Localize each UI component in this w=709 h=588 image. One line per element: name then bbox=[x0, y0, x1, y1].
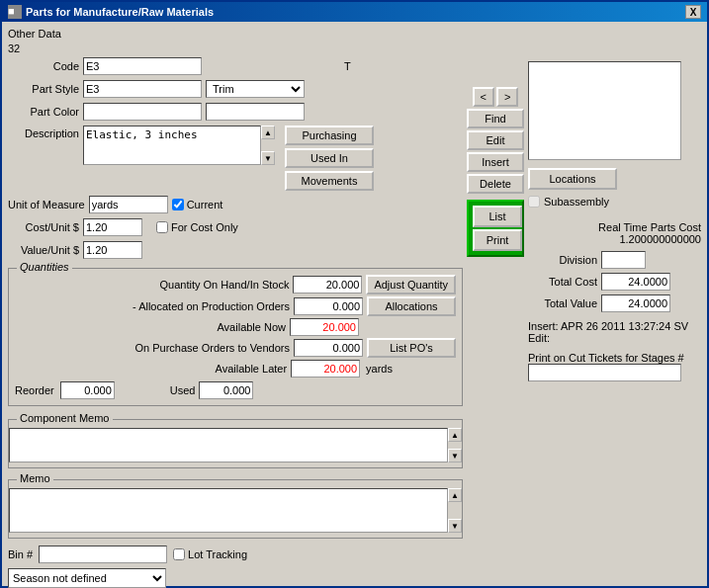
memo-box: Memo ▲ ▼ bbox=[8, 479, 463, 539]
on-hand-input[interactable] bbox=[293, 276, 362, 294]
allocated-input[interactable] bbox=[294, 297, 363, 315]
available-later-label: Available Later bbox=[15, 363, 287, 375]
nav-panel: < > Find Edit Insert Delete List Print bbox=[467, 57, 524, 588]
unit-input[interactable] bbox=[89, 196, 168, 213]
bottom-row: Bin # Lot Tracking bbox=[8, 546, 463, 563]
print-stages-input[interactable] bbox=[528, 364, 681, 381]
memo-legend: Memo bbox=[17, 472, 53, 484]
quantities-legend: Quantities bbox=[17, 261, 72, 273]
purchasing-button[interactable]: Purchasing bbox=[285, 126, 374, 145]
insert-button[interactable]: Insert bbox=[467, 152, 524, 172]
next-button[interactable]: > bbox=[496, 87, 518, 107]
find-button[interactable]: Find bbox=[467, 109, 524, 128]
available-now-label: Available Now bbox=[15, 321, 286, 333]
used-in-button[interactable]: Used In bbox=[285, 148, 374, 168]
prev-button[interactable]: < bbox=[473, 87, 494, 107]
bin-input[interactable] bbox=[39, 546, 167, 563]
allocated-label: - Allocated on Production Orders bbox=[15, 300, 290, 312]
image-area bbox=[528, 61, 681, 160]
season-select[interactable]: Season not defined bbox=[8, 568, 166, 588]
edit-button[interactable]: Edit bbox=[467, 130, 524, 150]
subassembly-label: Subassembly bbox=[544, 196, 609, 208]
cost-input[interactable] bbox=[83, 218, 142, 236]
part-color-input[interactable] bbox=[83, 103, 202, 121]
green-section: List Print bbox=[467, 200, 524, 257]
memo-input[interactable] bbox=[9, 488, 448, 533]
memo-scroll-up[interactable]: ▲ bbox=[448, 488, 462, 502]
comp-scroll-down[interactable]: ▼ bbox=[448, 449, 462, 462]
window-icon: ■ bbox=[8, 5, 22, 19]
component-memo-box: Component Memo ▲ ▼ bbox=[8, 419, 463, 468]
available-later-input[interactable] bbox=[291, 360, 360, 378]
allocations-button[interactable]: Allocations bbox=[367, 296, 456, 316]
description-scroll: ▲ ▼ bbox=[261, 126, 275, 165]
division-input[interactable] bbox=[601, 251, 646, 269]
part-style-input[interactable] bbox=[83, 80, 202, 98]
movements-button[interactable]: Movements bbox=[285, 171, 374, 191]
po-label: On Purchase Orders to Vendors bbox=[15, 342, 290, 354]
code-label: Code bbox=[8, 60, 79, 72]
total-cost-label: Total Cost bbox=[528, 276, 597, 288]
record-number: 32 bbox=[8, 42, 701, 54]
insert-text: Insert: APR 26 2011 13:27:24 SV bbox=[528, 320, 701, 332]
available-now-input[interactable] bbox=[290, 318, 359, 336]
far-right-panel: Locations Subassembly Real Time Parts Co… bbox=[528, 57, 701, 588]
used-input[interactable] bbox=[199, 381, 253, 399]
quantities-box: Quantities Quantity On Hand/In Stock Adj… bbox=[8, 268, 463, 406]
value-label: Value/Unit $ bbox=[8, 244, 79, 256]
scroll-up-btn[interactable]: ▲ bbox=[261, 126, 275, 139]
po-input[interactable] bbox=[294, 339, 363, 357]
cost-label: Cost/Unit $ bbox=[8, 221, 79, 233]
code-input[interactable] bbox=[83, 57, 202, 75]
description-label: Description bbox=[8, 126, 79, 139]
bin-label: Bin # bbox=[8, 548, 33, 560]
real-time-label: Real Time Parts Cost bbox=[528, 221, 701, 233]
part-color-desc-input[interactable] bbox=[206, 103, 305, 121]
memo-scroll-down[interactable]: ▼ bbox=[448, 519, 462, 533]
reorder-label: Reorder bbox=[15, 384, 54, 396]
part-color-label: Part Color bbox=[8, 106, 79, 118]
component-memo-legend: Component Memo bbox=[17, 412, 113, 424]
real-time-value: 1.200000000000 bbox=[528, 233, 701, 245]
subassembly-checkbox bbox=[528, 196, 540, 208]
division-label: Division bbox=[528, 254, 597, 266]
t-label: T bbox=[344, 60, 351, 72]
scroll-down-btn[interactable]: ▼ bbox=[261, 151, 275, 165]
total-value-label: Total Value bbox=[528, 297, 597, 309]
for-cost-only-checkbox[interactable] bbox=[156, 221, 168, 233]
total-value-input[interactable] bbox=[601, 294, 670, 312]
locations-button[interactable]: Locations bbox=[528, 168, 617, 190]
comp-scroll-up[interactable]: ▲ bbox=[448, 428, 462, 442]
current-checkbox-label: Current bbox=[172, 199, 223, 210]
adjust-quantity-button[interactable]: Adjust Quantity bbox=[366, 275, 456, 294]
current-checkbox[interactable] bbox=[172, 199, 184, 210]
close-button[interactable]: X bbox=[685, 5, 701, 19]
lot-tracking-checkbox[interactable] bbox=[173, 548, 185, 560]
available-later-unit: yards bbox=[366, 363, 393, 375]
part-style-select[interactable]: Trim bbox=[206, 80, 305, 98]
component-memo-input[interactable] bbox=[9, 428, 448, 462]
used-label: Used bbox=[170, 384, 196, 396]
title-bar: ■ Parts for Manufacture/Raw Materials X bbox=[2, 2, 707, 22]
print-stages-label: Print on Cut Tickets for Stages # bbox=[528, 352, 701, 381]
part-style-label: Part Style bbox=[8, 83, 79, 95]
on-hand-label: Quantity On Hand/In Stock bbox=[15, 279, 289, 291]
print-button[interactable]: Print bbox=[473, 229, 522, 251]
right-info: Real Time Parts Cost 1.200000000000 Divi… bbox=[528, 221, 701, 381]
list-button[interactable]: List bbox=[473, 206, 522, 227]
window-title: Parts for Manufacture/Raw Materials bbox=[26, 6, 214, 18]
reorder-input[interactable] bbox=[60, 381, 115, 399]
other-data-label: Other Data bbox=[8, 28, 701, 40]
main-window: ■ Parts for Manufacture/Raw Materials X … bbox=[0, 0, 709, 588]
total-cost-input[interactable] bbox=[601, 273, 670, 291]
value-input[interactable] bbox=[83, 241, 142, 259]
for-cost-only-label: For Cost Only bbox=[156, 221, 238, 233]
lot-tracking-label: Lot Tracking bbox=[173, 548, 247, 560]
list-po-button[interactable]: List PO's bbox=[367, 338, 456, 358]
delete-button[interactable]: Delete bbox=[467, 174, 524, 194]
unit-label: Unit of Measure bbox=[8, 199, 85, 210]
edit-text: Edit: bbox=[528, 332, 701, 344]
description-input[interactable]: Elastic, 3 inches bbox=[83, 126, 261, 165]
